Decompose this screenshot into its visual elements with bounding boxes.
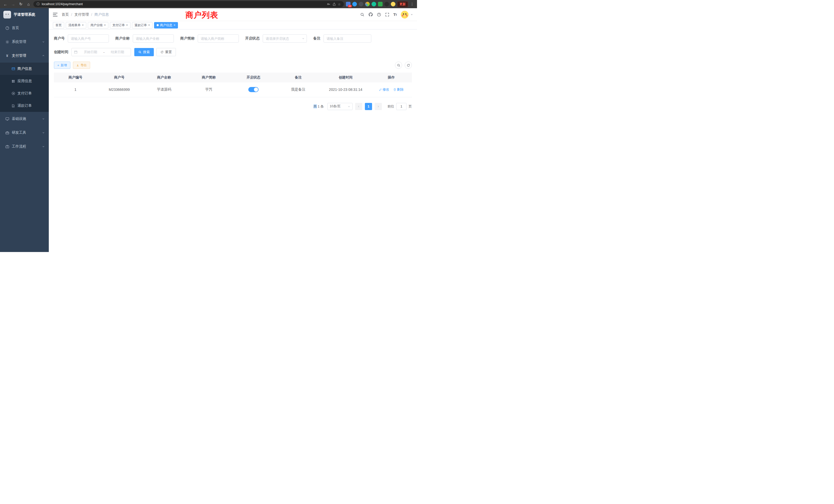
extension-icon[interactable] — [359, 2, 363, 6]
update-button[interactable]: 更新 — [397, 1, 408, 7]
close-icon[interactable]: × — [148, 24, 150, 27]
sidebar-item-system[interactable]: 系统管理 — [0, 35, 49, 49]
page-size-select[interactable]: 10条/页 — [327, 103, 353, 110]
gear-icon — [5, 40, 9, 44]
browser-menu-icon[interactable]: ⋮ — [410, 2, 414, 6]
reset-button[interactable]: 重置 — [156, 48, 176, 56]
extension-icon[interactable] — [352, 2, 357, 6]
sidebar-item-app-info[interactable]: 应用信息 — [0, 75, 49, 87]
close-icon[interactable]: × — [174, 24, 175, 27]
tab-process-form[interactable]: 流程表单 × — [66, 22, 86, 28]
browser-refresh-button[interactable]: ↻ — [18, 2, 24, 6]
menu-label: 基础设施 — [12, 116, 26, 121]
hamburger-icon[interactable] — [53, 13, 58, 17]
browser-back-button[interactable]: ← — [3, 2, 8, 6]
tab-merchant-info[interactable]: 商户信息 × — [154, 22, 178, 28]
edit-link-label: 修改 — [382, 87, 389, 92]
merchant-name-input[interactable] — [133, 35, 174, 43]
github-icon[interactable] — [369, 12, 373, 17]
merchant-no-input[interactable] — [68, 35, 109, 43]
target-icon — [11, 92, 15, 95]
browser-toolbar: ← → ↻ ⌂ ⓘ localhost:1024/pay/merchant ☆ … — [0, 0, 417, 8]
col-header: 开启状态 — [231, 73, 276, 83]
page-unit-label: 页 — [409, 104, 412, 109]
tab-user-group[interactable]: 用户分组 × — [88, 22, 108, 28]
sidebar-item-workflow[interactable]: 工作流程 — [0, 140, 49, 154]
page-number-button[interactable]: 1 — [365, 103, 372, 110]
sidebar-item-home[interactable]: 首页 — [0, 21, 49, 35]
sidebar-item-merchant-info[interactable]: 商户信息 — [0, 63, 49, 75]
extension-icon[interactable] — [385, 2, 389, 6]
refresh-table-button[interactable] — [405, 62, 412, 69]
fullscreen-icon[interactable] — [385, 13, 389, 17]
search-button-label: 搜索 — [143, 50, 150, 54]
merchant-short-input[interactable] — [198, 35, 239, 43]
next-page-button[interactable] — [375, 103, 382, 110]
search-button[interactable]: 搜索 — [134, 48, 154, 56]
share-icon[interactable] — [332, 3, 336, 6]
breadcrumb: 首页 / 支付管理 / 商户信息 — [62, 12, 109, 17]
extension-badge: 10 — [348, 5, 352, 7]
create-time-label: 创建时间 — [54, 50, 68, 54]
close-icon[interactable]: × — [126, 24, 128, 27]
extension-icon[interactable] — [378, 2, 382, 6]
submenu-label: 退款订单 — [18, 104, 32, 108]
prev-page-button[interactable] — [355, 103, 362, 110]
breadcrumb-separator: / — [71, 13, 72, 17]
sidebar-item-dev-tools[interactable]: 研发工具 — [0, 126, 49, 140]
tab-refund-orders[interactable]: 退款订单 × — [132, 22, 153, 28]
sidebar: 芋道管理系统 首页 系统管理 ¥ 支付管理 — [0, 8, 49, 252]
sidebar-item-payment[interactable]: ¥ 支付管理 — [0, 49, 49, 63]
bookmark-star-icon[interactable]: ☆ — [338, 2, 341, 6]
breadcrumb-home[interactable]: 首页 — [62, 12, 69, 17]
submenu-label: 支付订单 — [18, 91, 32, 96]
tabs-bar: 首页 流程表单 × 用户分组 × 支付订单 × 退款订单 × 商户信息 × — [49, 21, 417, 29]
tab-home[interactable]: 首页 — [53, 22, 64, 28]
edit-link[interactable]: 修改 — [379, 87, 389, 92]
extension-icon[interactable] — [372, 2, 376, 6]
delete-link[interactable]: 删除 — [393, 87, 404, 92]
export-button[interactable]: 导出 — [73, 62, 90, 69]
extension-icon[interactable] — [391, 2, 395, 6]
cell-short-name: 芋艿 — [186, 83, 231, 97]
breadcrumb-payment[interactable]: 支付管理 — [74, 12, 89, 17]
app-logo[interactable]: 芋道管理系统 — [0, 8, 49, 21]
add-button[interactable]: + 新增 — [54, 62, 70, 69]
chevron-up-icon — [42, 54, 45, 57]
sidebar-item-refund-orders[interactable]: 退款订单 — [0, 99, 49, 112]
url-bar[interactable]: ⓘ localhost:1024/pay/merchant ☆ — [34, 1, 344, 7]
sidebar-item-payment-orders[interactable]: 支付订单 — [0, 87, 49, 99]
yen-icon: ¥ — [5, 54, 9, 58]
browser-forward-button[interactable]: → — [10, 2, 16, 6]
tab-label: 用户分组 — [90, 23, 103, 27]
password-key-icon[interactable] — [327, 2, 330, 6]
close-icon[interactable]: × — [104, 24, 106, 27]
search-icon[interactable] — [360, 13, 364, 17]
page-annotation: 商户列表 — [185, 10, 218, 21]
help-icon[interactable] — [377, 13, 381, 17]
col-header: 备注 — [276, 73, 321, 83]
dashboard-icon — [5, 26, 9, 30]
status-toggle[interactable] — [248, 87, 259, 92]
remark-input[interactable] — [324, 35, 371, 43]
toggle-search-button[interactable] — [395, 62, 402, 69]
date-range-picker[interactable]: 开始日期 - 结束日期 — [71, 48, 131, 56]
page-info-icon[interactable]: ⓘ — [37, 2, 40, 6]
browser-home-button[interactable]: ⌂ — [26, 2, 31, 6]
extension-icon[interactable] — [365, 2, 370, 6]
close-icon[interactable]: × — [82, 24, 84, 27]
cell-remark: 我是备注 — [276, 83, 321, 97]
chevron-down-icon[interactable] — [411, 13, 413, 16]
reset-button-label: 重置 — [165, 50, 172, 54]
font-size-icon[interactable]: TT — [393, 12, 397, 17]
sidebar-item-infrastructure[interactable]: 基础设施 — [0, 112, 49, 126]
chevron-down-icon — [302, 37, 305, 40]
status-select[interactable] — [263, 35, 307, 43]
tab-label: 商户信息 — [160, 23, 172, 27]
user-avatar[interactable] — [401, 11, 409, 19]
extension-icon[interactable]: 10 — [346, 2, 351, 6]
goto-page-input[interactable] — [396, 103, 407, 110]
payment-submenu: 商户信息 应用信息 支付订单 退款订单 — [0, 63, 49, 112]
grid-icon — [11, 79, 15, 83]
tab-payment-orders[interactable]: 支付订单 × — [110, 22, 130, 28]
